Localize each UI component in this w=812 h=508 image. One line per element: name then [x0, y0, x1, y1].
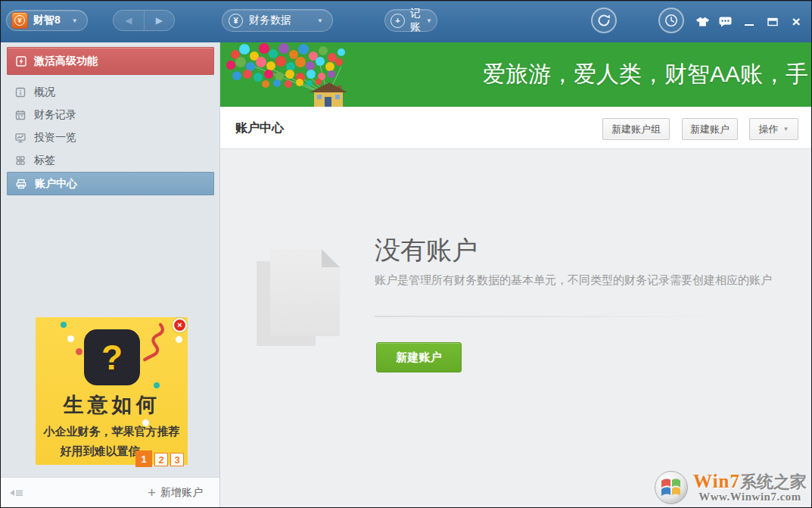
sidebar-item-account-center[interactable]: 账户中心	[7, 172, 214, 195]
activate-premium-button[interactable]: 激活高级功能	[7, 47, 214, 75]
ad-title: 生意如何	[36, 391, 188, 419]
page-header: 账户中心 新建账户组 新建账户 操作 ▼	[220, 107, 811, 149]
maximize-button[interactable]	[765, 15, 780, 29]
add-account-button[interactable]: + 新增账户	[148, 485, 203, 500]
data-menu-label: 财务数据	[249, 14, 291, 27]
ad-app-icon: ?	[84, 329, 140, 385]
sidebar-item-overview[interactable]: 概况	[7, 81, 214, 104]
sidebar: 激活高级功能 概况 财务记录	[1, 42, 220, 507]
nav-arrows: ◀ ▶	[113, 10, 175, 31]
sidebar-item-label: 账户中心	[35, 177, 77, 191]
caret-down-icon: ▼	[426, 17, 432, 24]
plus-icon: +	[148, 485, 156, 500]
app-menu-button[interactable]: ¥ 财智8 ▼	[6, 10, 88, 31]
confetti-dot	[154, 382, 160, 388]
minimize-button[interactable]	[742, 15, 757, 29]
page-title: 账户中心	[235, 107, 284, 148]
ad-page-2[interactable]: 2	[154, 453, 168, 466]
operations-dropdown[interactable]: 操作 ▼	[749, 118, 798, 140]
balloons-image	[220, 42, 394, 107]
ad-subtitle: 小企业财务，苹果官方推荐	[36, 425, 188, 439]
back-icon: ◀	[125, 15, 132, 26]
tags-icon	[14, 154, 26, 167]
refresh-button[interactable]	[591, 8, 617, 33]
sidebar-footer: + 新增账户	[1, 477, 219, 507]
ad-pagination: 1 2 3	[135, 450, 184, 467]
topbar: ¥ 财智8 ▼ ◀ ▶ ¥ 财务数据 ▼ + 记账 ▼	[1, 1, 811, 42]
operations-label: 操作	[759, 123, 779, 136]
sidebar-item-label: 标签	[34, 154, 55, 167]
sidebar-item-label: 概况	[34, 86, 55, 99]
ad-page-1[interactable]: 1	[135, 450, 152, 467]
yen-circle-icon: ¥	[229, 14, 243, 28]
overview-icon	[14, 86, 26, 98]
question-glyph: ?	[101, 337, 123, 378]
sidebar-item-label: 投资一览	[34, 131, 76, 145]
account-center-icon	[15, 178, 27, 190]
confetti-dot	[76, 348, 82, 355]
skin-icon[interactable]	[695, 15, 710, 29]
watermark-url: Www.Winwin7.com	[693, 491, 807, 503]
documents-icon	[270, 249, 340, 336]
monitor-chart-icon	[14, 132, 26, 144]
win7-watermark: Win7 系统之家 Www.Winwin7.com	[654, 470, 807, 505]
main-content: 没有账户 账户是管理所有财务数据的基本单元，不同类型的财务记录需要创建相应的账户…	[220, 150, 811, 507]
sidebar-menu: 概况 财务记录 投资一览	[7, 81, 214, 195]
forward-button[interactable]: ▶	[144, 11, 175, 30]
calendar-icon	[14, 109, 26, 121]
caret-down-icon: ▼	[72, 17, 78, 24]
record-button[interactable]: + 记账 ▼	[384, 9, 437, 32]
close-button[interactable]: ×	[789, 15, 804, 29]
watermark-brand: Win7 系统之家	[693, 472, 807, 491]
sidebar-item-records[interactable]: 财务记录	[7, 104, 214, 126]
ribbon-decoration	[142, 320, 171, 366]
sidebar-item-label: 财务记录	[34, 108, 76, 122]
watermark-win7: Win7	[693, 472, 740, 491]
clock-icon	[664, 14, 678, 27]
empty-state-description: 账户是管理所有财务数据的基本单元，不同类型的财务记录需要创建相应的账户	[375, 273, 772, 288]
caret-down-icon: ▼	[317, 17, 323, 24]
collapse-sidebar-icon[interactable]	[10, 488, 23, 498]
caret-down-icon: ▼	[783, 126, 789, 132]
new-account-group-button[interactable]: 新建账户组	[602, 118, 670, 140]
app-title: 财智8	[33, 14, 61, 27]
confetti-dot	[61, 322, 67, 328]
confetti-dot	[67, 335, 74, 342]
ad-page-3[interactable]: 3	[170, 453, 184, 466]
data-menu-dropdown[interactable]: ¥ 财务数据 ▼	[222, 9, 333, 32]
watermark-suffix: 系统之家	[740, 473, 807, 491]
plus-circle-icon: +	[390, 14, 405, 28]
banner-text: 爱旅游，爱人类，财智AA账，手	[483, 42, 808, 107]
history-button[interactable]	[658, 8, 684, 33]
ad-close-button[interactable]: ×	[173, 318, 187, 332]
confetti-dot	[176, 336, 182, 343]
feedback-icon[interactable]	[718, 15, 733, 29]
forward-icon: ▶	[156, 15, 163, 26]
window-controls: ×	[695, 1, 804, 42]
create-account-button[interactable]: 新建账户	[376, 342, 462, 372]
record-button-label: 记账	[410, 7, 421, 34]
yen-glyph: ¥	[17, 17, 21, 24]
refresh-icon	[596, 13, 611, 28]
windows-logo-icon	[654, 470, 689, 505]
back-button[interactable]: ◀	[114, 11, 144, 30]
activate-premium-label: 激活高级功能	[34, 55, 98, 68]
add-account-label: 新增账户	[160, 486, 203, 500]
empty-state-title: 没有账户	[375, 233, 478, 268]
new-account-button[interactable]: 新建账户	[682, 118, 738, 140]
app-window: ¥ 财智8 ▼ ◀ ▶ ¥ 财务数据 ▼ + 记账 ▼	[0, 0, 812, 508]
promo-ad[interactable]: × ? 生意如何 小企业财务，苹果官方推荐 好用到难以置信 1 2 3	[36, 317, 188, 465]
app-logo-icon: ¥	[11, 12, 28, 29]
sidebar-item-tags[interactable]: 标签	[7, 149, 214, 172]
promo-banner[interactable]: 爱旅游，爱人类，财智AA账，手	[220, 42, 811, 107]
divider	[375, 316, 726, 317]
sidebar-item-investments[interactable]: 投资一览	[7, 126, 214, 149]
lightning-icon	[15, 55, 27, 67]
